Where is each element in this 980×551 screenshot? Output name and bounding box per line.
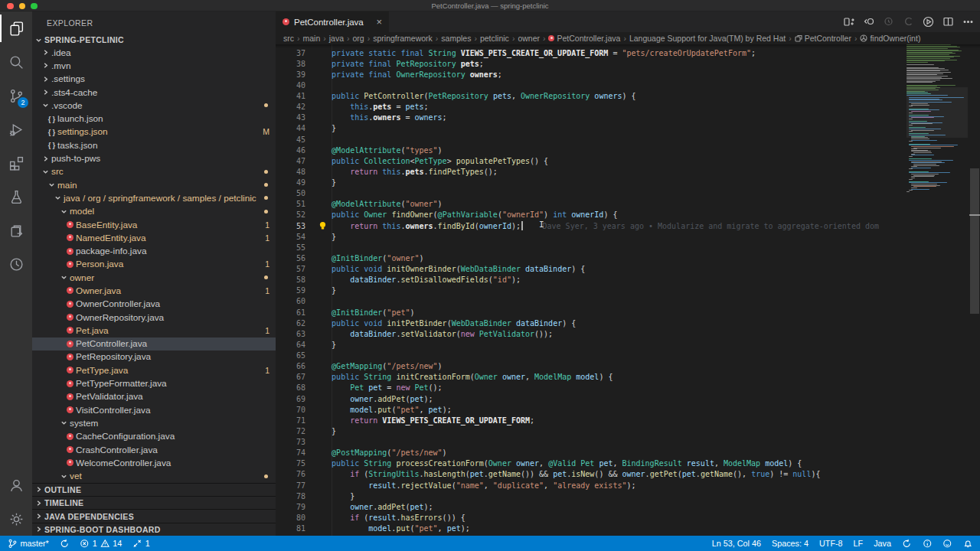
vertical-scrollbar[interactable] bbox=[969, 44, 980, 536]
quick-fix-lightbulb-icon[interactable] bbox=[318, 221, 327, 230]
tree-item-settings.json[interactable]: { }settings.jsonM bbox=[32, 126, 276, 139]
code-line-41[interactable]: 41 public PetController(PetRepository pe… bbox=[276, 91, 906, 102]
split-editor-icon[interactable] bbox=[942, 16, 954, 28]
tree-item-push-to-pws[interactable]: push-to-pws bbox=[32, 152, 276, 165]
tree-item-pet.java[interactable]: Pet.java1 bbox=[32, 324, 276, 337]
sync-changes-button[interactable] bbox=[60, 539, 70, 549]
tree-item-welcomecontroller.java[interactable]: WelcomeController.java bbox=[32, 456, 276, 469]
breadcrumb-springframework[interactable]: springframework bbox=[373, 34, 433, 43]
window-controls[interactable] bbox=[7, 3, 38, 10]
code-line-55[interactable]: 55 bbox=[276, 242, 906, 253]
code-line-40[interactable]: 40 bbox=[276, 80, 906, 90]
tree-item-petcontroller.java[interactable]: PetController.java bbox=[32, 337, 276, 350]
tree-item-ownercontroller.java[interactable]: OwnerController.java bbox=[32, 298, 276, 311]
scrollbar-thumb[interactable] bbox=[970, 168, 979, 314]
close-tab-icon[interactable]: × bbox=[376, 16, 382, 28]
activity-deploy-icon[interactable] bbox=[0, 214, 32, 247]
tree-item-owner[interactable]: owner bbox=[32, 271, 276, 284]
tree-item-.vscode[interactable]: .vscode bbox=[32, 99, 276, 112]
tree-item-tasks.json[interactable]: { }tasks.json bbox=[32, 139, 276, 152]
tree-item-baseentity.java[interactable]: BaseEntity.java1 bbox=[32, 218, 276, 231]
code-line-80[interactable]: 80 if (result.hasErrors()) { bbox=[276, 512, 906, 523]
activity-java-clock-icon[interactable] bbox=[0, 247, 32, 281]
code-line-37[interactable]: 37 private static final String VIEWS_PET… bbox=[276, 47, 906, 58]
code-line-71[interactable]: 71 return VIEWS_PETS_CREATE_OR_UPDATE_FO… bbox=[276, 415, 906, 425]
code-line-46[interactable]: 46 @ModelAttribute("types") bbox=[276, 145, 906, 155]
code-line-54[interactable]: 54 } bbox=[276, 231, 906, 242]
code-line-38[interactable]: 38 private final PetRepository pets; bbox=[276, 58, 906, 69]
tree-item-pettype.java[interactable]: PetType.java1 bbox=[32, 364, 276, 377]
code-line-74[interactable]: 74 @PostMapping("/pets/new") bbox=[276, 448, 906, 458]
breadcrumb-findowner-int-[interactable]: findOwner(int) bbox=[860, 34, 920, 43]
cursor-position[interactable]: Ln 53, Col 46 bbox=[712, 539, 761, 548]
code-line-45[interactable]: 45 bbox=[276, 134, 906, 145]
code-line-77[interactable]: 77 result.rejectValue("name", "duplicate… bbox=[276, 480, 906, 491]
code-line-70[interactable]: 70 model.put("pet", pet); bbox=[276, 404, 906, 415]
language-mode[interactable]: Java bbox=[874, 539, 891, 548]
tree-item-.idea[interactable]: .idea bbox=[32, 46, 276, 59]
code-line-42[interactable]: 42 this.pets = pets; bbox=[276, 102, 906, 112]
back-circle-icon[interactable] bbox=[863, 16, 874, 28]
tree-item-petrepository.java[interactable]: PetRepository.java bbox=[32, 350, 276, 364]
code-line-72[interactable]: 72 } bbox=[276, 425, 906, 436]
activity-test-beaker-icon[interactable] bbox=[0, 180, 32, 214]
breadcrumb-java[interactable]: java bbox=[329, 34, 344, 43]
open-changes-icon[interactable] bbox=[843, 16, 854, 28]
minimize-window-icon[interactable] bbox=[19, 3, 26, 10]
code-line-67[interactable]: 67 public String initCreationForm(Owner … bbox=[276, 372, 906, 383]
code-line-44[interactable]: 44 } bbox=[276, 123, 906, 134]
code-line-39[interactable]: 39 private final OwnerRepository owners; bbox=[276, 69, 906, 80]
tree-item-launch.json[interactable]: { }launch.json bbox=[32, 112, 276, 125]
close-window-icon[interactable] bbox=[7, 3, 14, 10]
bell-icon[interactable] bbox=[963, 539, 973, 549]
code-line-43[interactable]: 43 this.owners = owners; bbox=[276, 112, 906, 123]
code-line-63[interactable]: 63 dataBinder.setValidator(new PetValida… bbox=[276, 328, 906, 339]
breadcrumb-org[interactable]: org bbox=[353, 34, 364, 43]
tree-item-owner.java[interactable]: Owner.java1 bbox=[32, 284, 276, 297]
tree-item-.mvn[interactable]: .mvn bbox=[32, 59, 276, 72]
tree-item-src[interactable]: src bbox=[32, 165, 276, 178]
tree-item-cacheconfiguration.java[interactable]: CacheConfiguration.java bbox=[32, 430, 276, 443]
activity-settings-gear-icon[interactable] bbox=[0, 502, 32, 536]
panel-timeline[interactable]: TIMELINE bbox=[32, 496, 276, 509]
code-line-68[interactable]: 68 Pet pet = new Pet(); bbox=[276, 383, 906, 393]
code-line-47[interactable]: 47 public Collection<PetType> populatePe… bbox=[276, 155, 906, 166]
tree-item-java-org-springframework-samples-petclinic[interactable]: java / org / springframework / samples /… bbox=[32, 191, 276, 204]
activity-account-icon[interactable] bbox=[0, 468, 32, 502]
code-line-78[interactable]: 78 } bbox=[276, 491, 906, 501]
tree-item-person.java[interactable]: Person.java1 bbox=[32, 258, 276, 271]
code-line-61[interactable]: 61 @InitBinder("pet") bbox=[276, 307, 906, 318]
panel-java-dependencies[interactable]: JAVA DEPENDENCIES bbox=[32, 509, 276, 522]
code-line-69[interactable]: 69 owner.addPet(pet); bbox=[276, 393, 906, 404]
code-line-73[interactable]: 73 bbox=[276, 437, 906, 448]
code-line-66[interactable]: 66 @GetMapping("/pets/new") bbox=[276, 361, 906, 372]
tree-item-pettypeformatter.java[interactable]: PetTypeFormatter.java bbox=[32, 377, 276, 390]
code-line-60[interactable]: 60 bbox=[276, 296, 906, 307]
code-line-50[interactable]: 50 bbox=[276, 188, 906, 199]
code-line-81[interactable]: 81 model.put("pet", pet); bbox=[276, 523, 906, 534]
code-line-57[interactable]: 57 public void initOwnerBinder(WebDataBi… bbox=[276, 264, 906, 275]
breadcrumb-petclinic[interactable]: petclinic bbox=[480, 34, 509, 43]
activity-source-control-icon[interactable]: 2 bbox=[0, 79, 32, 112]
tree-item-vet[interactable]: vet bbox=[32, 470, 276, 483]
eol-setting[interactable]: LF bbox=[854, 539, 864, 548]
nav-forward-icon[interactable] bbox=[903, 16, 914, 28]
code-line-65[interactable]: 65 bbox=[276, 350, 906, 361]
code-line-51[interactable]: 51 @ModelAttribute("owner") bbox=[276, 199, 906, 210]
activity-search-icon[interactable] bbox=[0, 45, 32, 79]
tab-petcontroller[interactable]: PetController.java × bbox=[276, 11, 389, 32]
code-line-79[interactable]: 79 owner.addPet(pet); bbox=[276, 501, 906, 512]
info-circle-icon[interactable] bbox=[923, 539, 933, 549]
code-line-49[interactable]: 49 } bbox=[276, 178, 906, 188]
tree-item-package-info.java[interactable]: package-info.java bbox=[32, 244, 276, 257]
code-line-56[interactable]: 56 @InitBinder("owner") bbox=[276, 253, 906, 263]
project-section-header[interactable]: SPRING-PETCLINIC bbox=[32, 34, 276, 46]
breadcrumb-main[interactable]: main bbox=[303, 34, 321, 43]
maximize-window-icon[interactable] bbox=[31, 3, 38, 10]
code-line-52[interactable]: 52 public Owner findOwner(@PathVariable(… bbox=[276, 210, 906, 220]
tree-item-crashcontroller.java[interactable]: CrashController.java bbox=[32, 443, 276, 456]
feedback-smiley-icon[interactable] bbox=[942, 539, 952, 549]
panel-outline[interactable]: OUTLINE bbox=[32, 483, 276, 496]
minimap-slider[interactable] bbox=[906, 87, 968, 138]
tree-item-.settings[interactable]: .settings bbox=[32, 73, 276, 86]
